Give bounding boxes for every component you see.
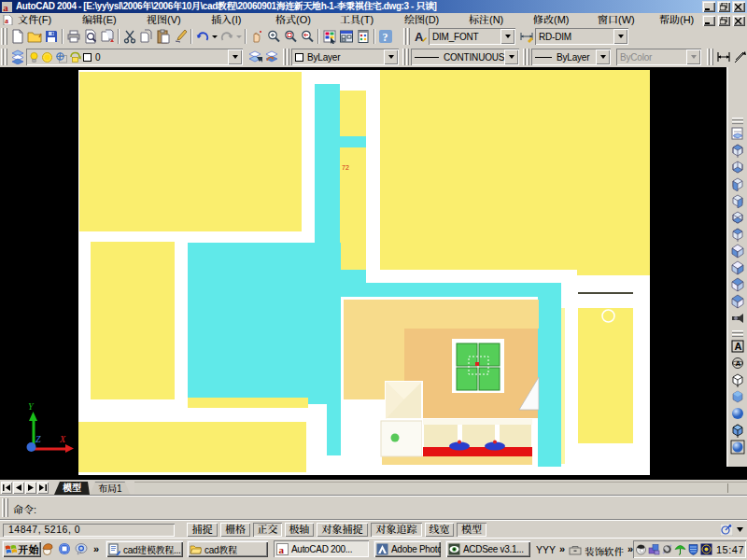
model-toggle[interactable]: 模型 (457, 523, 486, 537)
aligned-dimension-button[interactable] (732, 49, 747, 65)
menu-help[interactable]: 帮助(H) (659, 13, 694, 26)
left-view-button[interactable] (729, 175, 746, 192)
coordinate-readout[interactable]: 14847, 5216, 0 (3, 524, 175, 537)
drawer-icon[interactable] (569, 544, 582, 555)
start-button[interactable]: 开始 (2, 540, 41, 557)
shade-toolbar-grip[interactable] (732, 330, 743, 337)
layer-manager-button[interactable] (9, 49, 26, 65)
text-style-dropdown[interactable] (500, 29, 514, 44)
layer-plot-icon[interactable] (69, 51, 81, 63)
tool-palettes-button[interactable] (355, 28, 372, 45)
command-prompt[interactable]: 命令: (13, 501, 36, 516)
camera-button[interactable] (729, 310, 746, 327)
menu-view[interactable]: 视图(V) (147, 13, 181, 26)
title-bar[interactable]: a AutoCAD 2004 - [E:\yy\ysl\2006年\2006年1… (0, 0, 747, 13)
drawing-area[interactable]: 72 Y X Z A A (0, 67, 747, 480)
doc-minimize-button[interactable] (702, 15, 715, 26)
close-button[interactable] (732, 1, 745, 12)
menu-file[interactable]: 文件(F) (18, 13, 51, 26)
hidden-button[interactable] (729, 371, 746, 388)
communication-center-icon[interactable] (720, 524, 733, 536)
tab-layout1[interactable]: 布局1 (90, 482, 131, 495)
otrack-toggle[interactable]: 对象追踪 (371, 523, 422, 537)
flat-shaded-edges-button[interactable] (729, 422, 746, 439)
plot-preview-button[interactable] (82, 28, 99, 45)
open-button[interactable] (26, 28, 43, 45)
tray-umbrella-icon[interactable] (674, 543, 686, 555)
toolbar-grip[interactable] (707, 49, 713, 65)
cut-button[interactable] (121, 28, 138, 45)
ne-isometric-button[interactable] (729, 276, 746, 293)
tab-last-button[interactable] (37, 482, 49, 494)
menu-tools[interactable]: 工具(T) (340, 13, 374, 26)
designcenter-button[interactable] (338, 28, 355, 45)
task-autocad[interactable]: a AutoCAD 200... (274, 540, 369, 557)
status-tray-chevron[interactable] (737, 527, 743, 532)
2d-wireframe-button[interactable]: A (729, 338, 746, 355)
help-button[interactable]: ? (377, 28, 394, 45)
linetype-dropdown[interactable] (504, 49, 518, 64)
redo-dropdown[interactable] (236, 35, 242, 38)
ortho-toggle[interactable]: 正交 (253, 523, 282, 537)
toolbar-grip[interactable] (1, 49, 7, 65)
front-view-button[interactable] (729, 209, 746, 226)
task-cad-tutorial[interactable]: cad教程 (187, 540, 268, 557)
toolbar-grip[interactable] (403, 28, 410, 45)
nw-isometric-button[interactable] (729, 293, 746, 310)
restore-button[interactable] (717, 1, 730, 12)
gouraud-shaded-button[interactable] (729, 405, 746, 422)
tab-next-button[interactable] (25, 482, 36, 494)
layer-thaw-icon[interactable] (41, 51, 53, 63)
menu-insert[interactable]: 插入(I) (211, 13, 241, 26)
minimize-button[interactable] (702, 1, 715, 12)
sw-isometric-button[interactable] (729, 243, 746, 259)
color-dropdown[interactable] (384, 49, 398, 64)
dim-style-dropdown[interactable] (613, 29, 627, 44)
desk-toolbar-yyy[interactable]: YYY (536, 544, 556, 555)
view-toolbar-grip[interactable] (732, 118, 743, 124)
top-view-button[interactable] (729, 142, 746, 159)
task-adobe-photoshop[interactable]: Adobe Photo... (374, 540, 441, 557)
doc-close-button[interactable] (732, 15, 745, 26)
plot-button[interactable] (65, 28, 82, 45)
linetype-combo[interactable]: CONTINUOUS (411, 49, 519, 65)
layer-previous-button[interactable] (263, 49, 280, 65)
layer-dropdown[interactable] (228, 49, 242, 64)
quicklaunch-icon-1[interactable] (41, 542, 54, 555)
task-cad-modeling-tutorial[interactable]: cad建模教程... (106, 540, 183, 557)
right-view-button[interactable] (729, 192, 746, 209)
back-view-button[interactable] (729, 226, 746, 243)
layer-lock-icon[interactable] (55, 51, 67, 63)
command-window[interactable]: 命令: (0, 495, 747, 519)
layer-on-icon[interactable] (29, 51, 39, 63)
layer-combo[interactable]: 0 (26, 49, 243, 65)
toolbar-grip[interactable] (402, 49, 409, 65)
zoom-window-button[interactable] (282, 28, 299, 45)
desk-toolbar-zhuangshi[interactable]: 装饰软件 (585, 544, 624, 558)
3d-wireframe-button[interactable]: A (729, 355, 746, 371)
tray-spiral-icon[interactable] (661, 543, 673, 555)
save-button[interactable] (43, 28, 60, 45)
lineweight-toggle[interactable]: 线宽 (425, 523, 454, 537)
undo-dropdown[interactable] (212, 35, 218, 38)
osnap-toggle[interactable]: 对象捕捉 (317, 523, 368, 537)
undo-button[interactable] (194, 28, 218, 45)
horizontal-scrollbar[interactable] (134, 482, 747, 494)
menu-dimension[interactable]: 标注(N) (469, 13, 503, 26)
new-button[interactable] (9, 28, 26, 45)
color-combo[interactable]: ByLayer (291, 49, 399, 65)
zoom-previous-button[interactable] (299, 28, 316, 45)
match-properties-button[interactable] (172, 28, 189, 45)
properties-button[interactable] (321, 28, 338, 45)
se-isometric-button[interactable] (729, 259, 746, 276)
text-style-combo[interactable]: DIM_FONT (429, 28, 515, 45)
snap-toggle[interactable]: 捕捉 (187, 523, 218, 537)
toolbar-grip[interactable] (523, 49, 529, 65)
tray-shield-icon[interactable] (687, 543, 699, 555)
publish-button[interactable] (99, 28, 116, 45)
dim-style-combo[interactable]: RD-DIM (535, 28, 628, 45)
lineweight-combo[interactable]: ByLayer (531, 49, 611, 65)
lineweight-dropdown[interactable] (596, 49, 610, 64)
task-acdsee[interactable]: ACDSee v3.1... (445, 540, 530, 557)
make-layer-current-button[interactable] (247, 49, 263, 65)
